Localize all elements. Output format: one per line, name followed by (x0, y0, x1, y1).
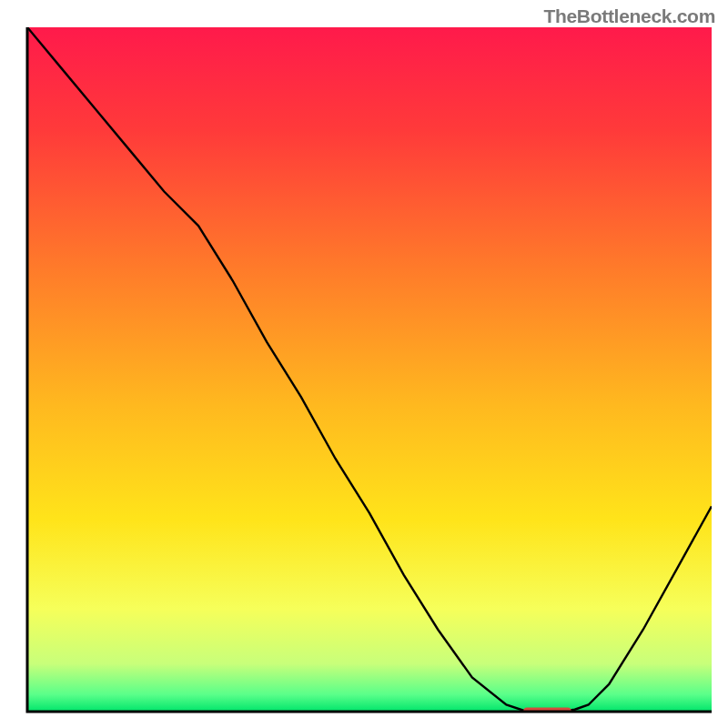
chart-container: TheBottleneck.com (0, 0, 728, 728)
bottleneck-chart (0, 0, 728, 728)
plot-background (27, 27, 712, 712)
watermark-text: TheBottleneck.com (543, 5, 715, 27)
